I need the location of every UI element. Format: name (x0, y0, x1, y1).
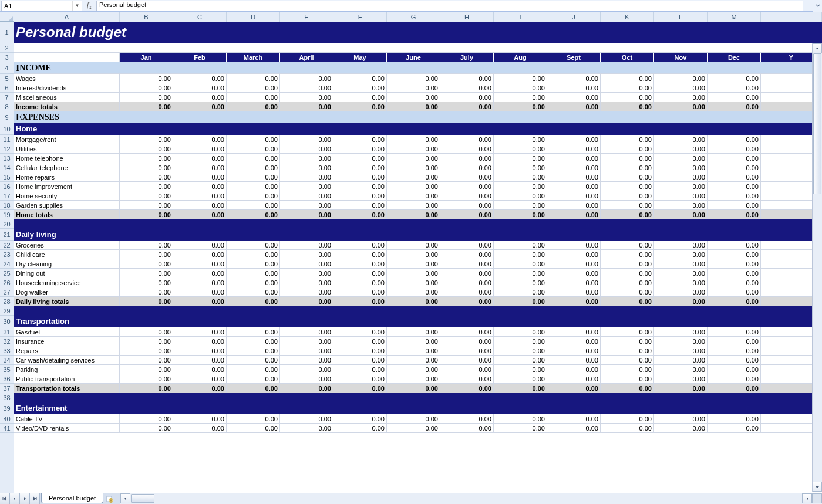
value-cell[interactable]: 0.00 (601, 172, 654, 182)
row-label-cell[interactable]: Repairs (14, 346, 120, 356)
value-cell[interactable]: 0.00 (440, 163, 494, 172)
column-header[interactable]: M (708, 12, 761, 22)
value-cell[interactable]: 0.00 (280, 269, 333, 278)
value-cell[interactable]: 0.00 (120, 163, 173, 172)
value-cell[interactable]: 0.00 (333, 241, 387, 250)
value-cell[interactable]: 0.00 (547, 163, 601, 172)
value-cell[interactable]: 0.00 (494, 414, 547, 424)
value-cell[interactable]: 0.00 (440, 83, 494, 93)
value-cell[interactable]: 0.00 (387, 83, 440, 93)
value-cell[interactable]: 0.00 (494, 374, 547, 384)
cell[interactable] (14, 53, 120, 62)
value-cell[interactable]: 0.00 (227, 297, 280, 306)
value-cell[interactable]: 0.00 (227, 201, 280, 210)
value-cell[interactable]: 0.00 (280, 102, 333, 111)
value-cell[interactable]: 0.00 (333, 278, 387, 287)
month-header-cell[interactable]: Dec (708, 53, 761, 62)
value-cell[interactable]: 0.00 (173, 83, 227, 93)
row-header[interactable]: 32 (0, 337, 14, 346)
value-cell[interactable]: 0.00 (708, 384, 761, 393)
value-cell[interactable]: 0.00 (440, 250, 494, 259)
row-header[interactable]: 38 (0, 393, 14, 402)
value-cell[interactable]: 0.00 (708, 191, 761, 201)
sheet-tab-active[interactable]: Personal budget (41, 493, 103, 503)
value-cell[interactable]: 0.00 (333, 269, 387, 278)
category-header-cell[interactable]: Transportation (14, 316, 822, 327)
value-cell[interactable]: 0.00 (494, 384, 547, 393)
value-cell[interactable]: 0.00 (173, 144, 227, 154)
value-cell[interactable]: 0.00 (440, 287, 494, 297)
value-cell[interactable]: 0.00 (601, 135, 654, 144)
value-cell[interactable]: 0.00 (440, 102, 494, 111)
value-cell[interactable]: 0.00 (708, 259, 761, 269)
value-cell[interactable]: 0.00 (708, 278, 761, 287)
value-cell[interactable]: 0.00 (708, 374, 761, 384)
value-cell[interactable]: 0.00 (547, 414, 601, 424)
row-label-cell[interactable]: Gas/fuel (14, 327, 120, 337)
value-cell[interactable]: 0.00 (494, 278, 547, 287)
value-cell[interactable]: 0.00 (440, 414, 494, 424)
value-cell[interactable]: 0.00 (547, 337, 601, 346)
value-cell[interactable]: 0.00 (120, 201, 173, 210)
value-cell[interactable]: 0.00 (280, 297, 333, 306)
formula-input[interactable]: Personal budget (96, 1, 803, 11)
value-cell[interactable]: 0.00 (440, 191, 494, 201)
value-cell[interactable]: 0.00 (708, 269, 761, 278)
value-cell[interactable]: 0.00 (280, 241, 333, 250)
value-cell[interactable]: 0.00 (601, 74, 654, 83)
row-label-cell[interactable]: Groceries (14, 241, 120, 250)
value-cell[interactable]: 0.00 (494, 191, 547, 201)
value-cell[interactable]: 0.00 (280, 384, 333, 393)
value-cell[interactable]: 0.00 (440, 74, 494, 83)
value-cell[interactable]: 0.00 (173, 210, 227, 219)
value-cell[interactable]: 0.00 (387, 144, 440, 154)
value-cell[interactable]: 0.00 (654, 365, 708, 374)
value-cell[interactable]: 0.00 (601, 259, 654, 269)
value-cell[interactable]: 0.00 (708, 163, 761, 172)
value-cell[interactable]: 0.00 (654, 269, 708, 278)
row-header[interactable]: 36 (0, 374, 14, 384)
value-cell[interactable]: 0.00 (333, 135, 387, 144)
row-header[interactable]: 37 (0, 384, 14, 393)
value-cell[interactable]: 0.00 (547, 93, 601, 102)
row-label-cell[interactable]: Home improvement (14, 182, 120, 191)
row-label-cell[interactable]: Housecleaning service (14, 278, 120, 287)
column-header[interactable]: K (601, 12, 654, 22)
value-cell[interactable]: 0.00 (547, 384, 601, 393)
value-cell[interactable]: 0.00 (708, 424, 761, 433)
row-label-cell[interactable]: Utilities (14, 144, 120, 154)
value-cell[interactable]: 0.00 (280, 365, 333, 374)
value-cell[interactable]: 0.00 (173, 356, 227, 365)
value-cell[interactable]: 0.00 (280, 93, 333, 102)
row-header[interactable]: 8 (0, 102, 14, 111)
value-cell[interactable]: 0.00 (333, 287, 387, 297)
value-cell[interactable]: 0.00 (601, 374, 654, 384)
value-cell[interactable]: 0.00 (120, 287, 173, 297)
value-cell[interactable]: 0.00 (601, 297, 654, 306)
row-header[interactable]: 30 (0, 316, 14, 327)
row-header[interactable]: 1 (0, 22, 14, 43)
value-cell[interactable]: 0.00 (440, 269, 494, 278)
value-cell[interactable]: 0.00 (227, 163, 280, 172)
value-cell[interactable]: 0.00 (333, 191, 387, 201)
row-label-cell[interactable]: Interest/dividends (14, 83, 120, 93)
row-label-cell[interactable]: Cable TV (14, 414, 120, 424)
value-cell[interactable]: 0.00 (387, 424, 440, 433)
value-cell[interactable]: 0.00 (280, 135, 333, 144)
value-cell[interactable]: 0.00 (280, 144, 333, 154)
value-cell[interactable]: 0.00 (654, 135, 708, 144)
value-cell[interactable]: 0.00 (440, 172, 494, 182)
row-header[interactable]: 23 (0, 250, 14, 259)
value-cell[interactable]: 0.00 (547, 250, 601, 259)
spreadsheet-grid[interactable]: Personal budgetJanFebMarchAprilMayJuneJu… (14, 22, 822, 433)
value-cell[interactable]: 0.00 (440, 356, 494, 365)
value-cell[interactable]: 0.00 (708, 414, 761, 424)
value-cell[interactable]: 0.00 (654, 201, 708, 210)
value-cell[interactable]: 0.00 (601, 83, 654, 93)
value-cell[interactable]: 0.00 (227, 269, 280, 278)
value-cell[interactable]: 0.00 (601, 337, 654, 346)
value-cell[interactable]: 0.00 (494, 201, 547, 210)
value-cell[interactable]: 0.00 (654, 287, 708, 297)
value-cell[interactable]: 0.00 (227, 102, 280, 111)
value-cell[interactable]: 0.00 (547, 154, 601, 163)
